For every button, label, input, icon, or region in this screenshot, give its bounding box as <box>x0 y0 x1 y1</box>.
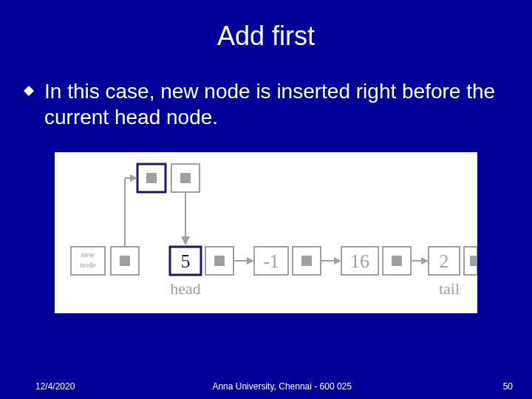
placeholder-square-icon <box>120 256 130 266</box>
node-1-value: -1 <box>263 250 279 272</box>
arrow-down-icon <box>181 236 190 245</box>
arrow-right-icon <box>334 257 341 265</box>
footer-page: 50 <box>489 381 513 392</box>
placeholder-square-icon <box>470 256 477 266</box>
svg-marker-0 <box>24 86 34 96</box>
head-label: head <box>170 279 201 298</box>
page-title: Add first <box>0 0 532 52</box>
arrow-right-icon <box>247 257 254 265</box>
body-text: In this case, new node is inserted right… <box>44 78 497 130</box>
placeholder-square-icon <box>146 173 157 183</box>
placeholder-square-icon <box>301 256 312 266</box>
new-node-label-line2: node <box>80 260 96 269</box>
footer-date: 12/4/2020 <box>35 381 75 392</box>
diagram-svg: new node 5 head -1 16 <box>55 152 477 313</box>
tail-label: tail <box>439 279 460 298</box>
new-node-label-line1: new <box>81 250 95 259</box>
node-0-value: 5 <box>181 250 191 272</box>
placeholder-square-icon <box>392 256 402 266</box>
node-2-value: 16 <box>350 250 369 272</box>
footer: 12/4/2020 Anna University, Chennai - 600… <box>0 381 532 392</box>
bullet-item: In this case, new node is inserted right… <box>0 52 532 130</box>
placeholder-square-icon <box>214 256 225 266</box>
footer-org: Anna University, Chennai - 600 025 <box>75 381 489 392</box>
node-3-value: 2 <box>440 250 449 272</box>
placeholder-square-icon <box>180 173 191 183</box>
linked-list-diagram: new node 5 head -1 16 <box>55 152 477 313</box>
diamond-bullet-icon <box>24 86 34 96</box>
arrow-right-icon <box>421 257 429 265</box>
